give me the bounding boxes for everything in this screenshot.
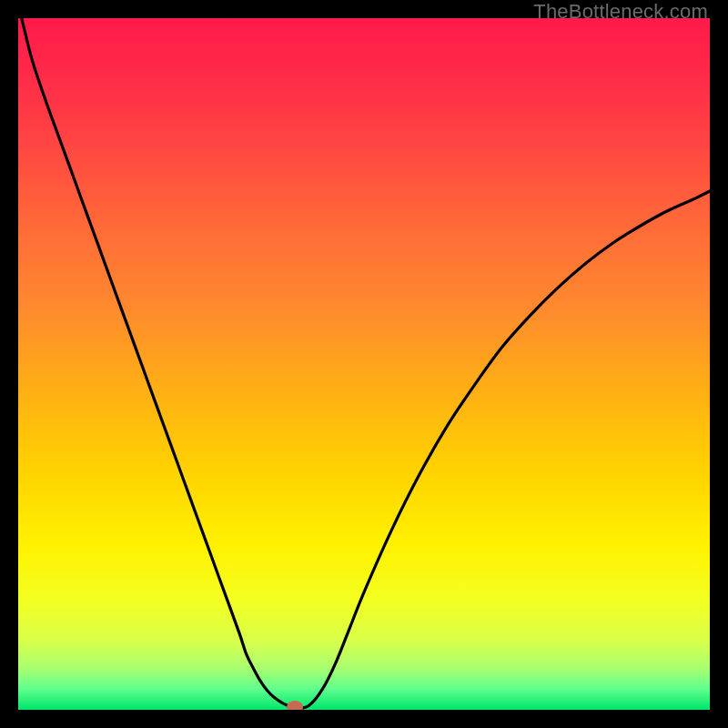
heatmap-background xyxy=(18,18,710,710)
bottleneck-chart xyxy=(18,18,710,710)
chart-frame xyxy=(18,18,710,710)
